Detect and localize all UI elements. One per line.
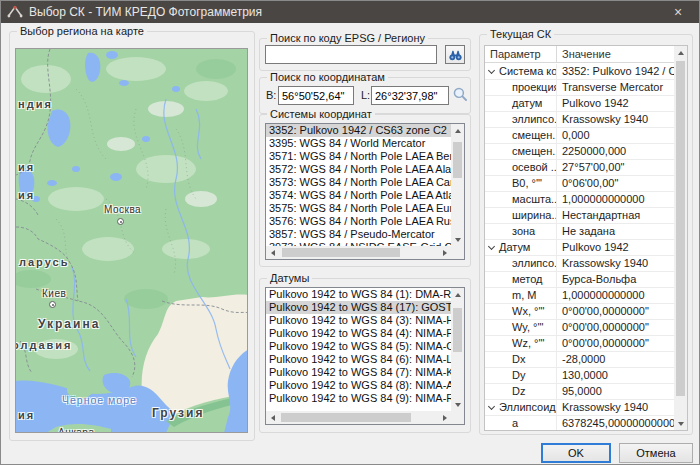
cs-list-item[interactable]: 3573: WGS 84 / North Pole LAEA Canada [266, 176, 451, 189]
chevron-down-icon[interactable] [488, 243, 495, 250]
scroll-up-button[interactable] [451, 124, 464, 137]
datum-list-item[interactable]: Pulkovo 1942 to WGS 84 (6): NIMA-Lva [266, 353, 451, 366]
datum-horizontal-scrollbar[interactable] [266, 411, 451, 424]
titlebar[interactable]: Выбор СК - ТИМ КРЕДО Фотограмметрия × [1, 1, 699, 23]
cs-listbox[interactable]: 3352: Pulkovo 1942 / CS63 zone C23395: W… [265, 123, 465, 260]
datum-list-item[interactable]: Pulkovo 1942 to WGS 84 (7): NIMA-Kaz [266, 366, 451, 379]
param-name: Система ко... [499, 65, 557, 77]
scrollbar-thumb[interactable] [453, 308, 462, 352]
column-header-parameter[interactable]: Параметр [485, 46, 557, 62]
cs-vertical-scrollbar[interactable] [451, 124, 464, 246]
map-labels-layer: ндияияияларусьКиевУкраинаолдавияияЧёрное… [16, 49, 247, 432]
datum-list-item[interactable]: Pulkovo 1942 to WGS 84 (5): NIMA-Cze [266, 340, 451, 353]
param-name: a [512, 417, 518, 429]
param-row[interactable]: проекцияTransverse Mercator [485, 80, 674, 96]
datum-list-item[interactable]: Pulkovo 1942 to WGS 84 (8): NIMA-Alb [266, 379, 451, 392]
scroll-down-button[interactable] [451, 233, 464, 246]
datum-list-item[interactable]: Pulkovo 1942 to WGS 84 (3): NIMA-Hun [266, 314, 451, 327]
scrollbar-corner [451, 246, 464, 259]
datum-vertical-scrollbar[interactable] [451, 288, 464, 411]
param-row[interactable]: m, M1,000000000000 [485, 288, 674, 304]
param-row[interactable]: Wz, °'"0°00'00,0000000" [485, 336, 674, 352]
scrollbar-thumb[interactable] [453, 142, 462, 178]
longitude-label: L: [361, 89, 370, 101]
param-row[interactable]: Wx, °'"0°00'00,0000000" [485, 304, 674, 320]
scroll-down-button[interactable] [674, 417, 687, 430]
column-header-value[interactable]: Значение [557, 46, 674, 62]
param-name: Эллипсоид [499, 401, 556, 413]
param-row[interactable]: эллипсо...Krassowsky 1940 [485, 256, 674, 272]
chevron-down-icon[interactable] [488, 67, 495, 74]
cs-list-item[interactable]: 3571: WGS 84 / North Pole LAEA Bering Se… [266, 150, 451, 163]
map-label: Москва [104, 204, 141, 215]
cs-list-item[interactable]: 3352: Pulkovo 1942 / CS63 zone C2 [266, 124, 451, 137]
magnifier-icon [452, 86, 469, 103]
map-label: ия [18, 189, 35, 201]
cs-list-item[interactable]: 3574: WGS 84 / North Pole LAEA Atlantic [266, 189, 451, 202]
cs-list-item[interactable]: 3576: WGS 84 / North Pole LAEA Russia [266, 215, 451, 228]
cs-list-item[interactable]: 3395: WGS 84 / World Mercator [266, 137, 451, 150]
param-row[interactable]: a6378245,000000000000 [485, 416, 674, 430]
scroll-up-button[interactable] [451, 288, 464, 301]
table-vertical-scrollbar[interactable] [674, 46, 687, 430]
param-group-row[interactable]: ЭллипсоидKrassowsky 1940 [485, 400, 674, 416]
cs-horizontal-scrollbar[interactable] [266, 246, 451, 259]
param-row[interactable]: смещен...2250000,000 [485, 144, 674, 160]
param-row[interactable]: методБурса-Вольфа [485, 272, 674, 288]
param-row[interactable]: зонаНе задана [485, 224, 674, 240]
scroll-left-button[interactable] [266, 411, 279, 424]
map-label: Киев [42, 288, 66, 299]
scrollbar-thumb[interactable] [676, 61, 685, 396]
latitude-input[interactable] [278, 86, 354, 105]
map-label: ларусь [19, 256, 69, 268]
param-row[interactable]: ширина...Нестандартная [485, 208, 674, 224]
scrollbar-thumb[interactable] [281, 413, 411, 422]
param-row[interactable]: Dy130,0000 [485, 368, 674, 384]
cs-list-item[interactable]: 3857: WGS 84 / Pseudo-Mercator [266, 228, 451, 241]
param-row[interactable]: масшта...1,000000000000 [485, 192, 674, 208]
scrollbar-thumb[interactable] [282, 248, 400, 257]
current-cs-label: Текущая СК [487, 28, 554, 41]
current-cs-table[interactable]: Параметр Значение Система ко...3352: Pul… [484, 45, 688, 431]
param-name: Dx [512, 353, 525, 365]
scroll-right-button[interactable] [438, 246, 451, 259]
epsg-search-input[interactable] [265, 45, 437, 64]
coord-search-button[interactable] [452, 86, 470, 104]
param-row[interactable]: эллипсо...Krassowsky 1940 [485, 112, 674, 128]
param-group-row[interactable]: Система ко...3352: Pulkovo 1942 / CS63 .… [485, 64, 674, 80]
datum-listbox[interactable]: Pulkovo 1942 to WGS 84 (1): DMA-RusPulko… [265, 287, 465, 425]
cancel-button[interactable]: Отмена [619, 443, 693, 463]
param-row[interactable]: смещен...0,000 [485, 128, 674, 144]
cs-list-item[interactable]: 3575: WGS 84 / North Pole LAEA Europe [266, 202, 451, 215]
region-map[interactable]: ндияияияларусьКиевУкраинаолдавияияЧёрное… [15, 48, 248, 433]
datum-list-item[interactable]: Pulkovo 1942 to WGS 84 (17): GOST-Rus [266, 301, 451, 314]
param-name: зона [512, 225, 535, 237]
param-row[interactable]: датумPulkovo 1942 [485, 96, 674, 112]
chevron-down-icon[interactable] [488, 403, 495, 410]
param-row[interactable]: Dx-28,0000 [485, 352, 674, 368]
scroll-up-button[interactable] [674, 46, 687, 59]
scroll-left-button[interactable] [266, 246, 279, 259]
param-value: 0,000 [557, 128, 674, 143]
epsg-search-button[interactable] [445, 45, 465, 64]
longitude-input[interactable] [371, 86, 449, 105]
cs-list-item[interactable]: 3572: WGS 84 / North Pole LAEA Alaska [266, 163, 451, 176]
param-value: 0°00'00,0000000" [557, 320, 674, 335]
param-group-row[interactable]: ДатумPulkovo 1942 [485, 240, 674, 256]
map-label: олдавия [15, 339, 72, 351]
app-icon [7, 4, 23, 20]
datum-list-item[interactable]: Pulkovo 1942 to WGS 84 (1): DMA-Rus [266, 288, 451, 301]
datum-list-item[interactable]: Pulkovo 1942 to WGS 84 (4): NIMA-Pol [266, 327, 451, 340]
epsg-search-label: Поиск по коду EPSG / Региону [267, 32, 428, 45]
ok-button[interactable]: OK [541, 443, 611, 463]
scroll-right-button[interactable] [438, 411, 451, 424]
param-row[interactable]: B0, °'"0°06'00,00" [485, 176, 674, 192]
param-row[interactable]: осевой ...27°57'00,00" [485, 160, 674, 176]
param-name: эллипсо... [512, 257, 557, 269]
close-button[interactable]: × [661, 1, 695, 23]
param-row[interactable]: Wy, °'"0°00'00,0000000" [485, 320, 674, 336]
datum-list-item[interactable]: Pulkovo 1942 to WGS 84 (9): NIMA-Rom [266, 392, 451, 405]
param-value: 95,0000 [557, 384, 674, 399]
scroll-down-button[interactable] [451, 398, 464, 411]
param-row[interactable]: Dz95,0000 [485, 384, 674, 400]
